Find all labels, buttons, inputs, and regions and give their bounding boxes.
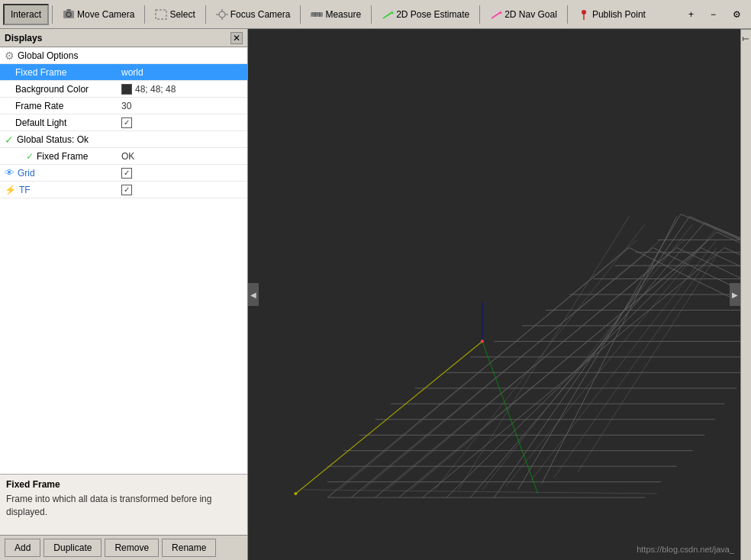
row-label: Fixed Frame — [15, 67, 66, 78]
row-value: 48; 48; 48 — [118, 84, 247, 95]
row-name: Frame Rate — [0, 101, 118, 111]
left-collapse-handle[interactable]: ◀ — [248, 283, 259, 306]
row-value: world — [118, 67, 247, 78]
row-label: Global Options — [18, 50, 78, 61]
svg-point-4 — [219, 11, 225, 18]
separator-3 — [205, 5, 206, 24]
point-icon — [578, 8, 590, 21]
ff-status-label: Fixed Frame — [37, 151, 88, 162]
right-panel-header[interactable]: T — [741, 29, 751, 47]
focus-camera-button[interactable]: Focus Camera — [209, 4, 298, 25]
grid-checkbox[interactable] — [121, 168, 132, 179]
rename-button[interactable]: Rename — [162, 539, 216, 557]
svg-point-73 — [481, 340, 484, 343]
grid-label: Grid — [18, 168, 35, 179]
svg-rect-3 — [156, 10, 166, 19]
bg-color-value: 48; 48; 48 — [135, 84, 176, 95]
checkmark-small-icon: ✓ — [26, 151, 34, 162]
2d-nav-button[interactable]: 2D Nav Goal — [483, 4, 564, 25]
2d-nav-label: 2D Nav Goal — [504, 9, 557, 20]
ff-status-value: OK — [121, 151, 134, 162]
grid-visualization — [248, 29, 740, 560]
svg-rect-9 — [311, 12, 323, 17]
row-name: ✓ Fixed Frame — [0, 151, 118, 162]
list-item[interactable]: Default Light — [0, 114, 247, 131]
focus-camera-label: Focus Camera — [230, 9, 291, 20]
svg-line-16 — [492, 12, 501, 18]
list-item[interactable]: 👁 Grid — [0, 165, 247, 182]
toolbar: Interact Move Camera Select Focus Camera… — [0, 0, 751, 29]
list-item[interactable]: Frame Rate 30 — [0, 98, 247, 114]
row-value: OK — [118, 151, 247, 162]
svg-point-74 — [294, 492, 297, 495]
list-item[interactable]: ✓ Global Status: Ok — [0, 131, 247, 148]
separator-7 — [567, 5, 568, 24]
separator-1 — [52, 5, 53, 24]
gear-icon: ⚙ — [5, 50, 15, 62]
list-item[interactable]: Background Color 48; 48; 48 — [0, 81, 247, 98]
publish-point-label: Publish Point — [592, 9, 646, 20]
interact-button[interactable]: Interact — [3, 4, 49, 25]
left-panel: Displays ✕ ⚙ Global Options Fixed Frame … — [0, 29, 248, 560]
info-title: Fixed Frame — [6, 479, 241, 490]
row-value — [118, 117, 247, 128]
right-panel: T — [740, 29, 751, 560]
3d-viewport[interactable]: ◀ — [248, 29, 740, 560]
info-title-text: ixed Frame — [11, 479, 60, 490]
row-value — [118, 168, 247, 179]
duplicate-button[interactable]: Duplicate — [44, 539, 102, 557]
tf-checkbox[interactable] — [121, 185, 132, 195]
info-text-content: ame into which all data is transformed b… — [6, 494, 211, 517]
row-name: Default Light — [0, 117, 118, 128]
measure-button[interactable]: Measure — [304, 4, 368, 25]
add-toolbar-button[interactable]: + — [682, 4, 701, 25]
separator-2 — [144, 5, 145, 24]
2d-pose-button[interactable]: 2D Pose Estimate — [375, 4, 476, 25]
svg-point-18 — [582, 10, 586, 14]
separator-5 — [371, 5, 372, 24]
settings-toolbar-button[interactable]: ⚙ — [726, 4, 748, 25]
move-camera-button[interactable]: Move Camera — [56, 4, 141, 25]
nav-icon — [490, 8, 502, 21]
list-item[interactable]: ⚡ TF — [0, 182, 247, 198]
checkmark-icon: ✓ — [5, 134, 14, 146]
select-label: Select — [169, 9, 195, 20]
row-name: 👁 Grid — [0, 167, 118, 179]
remove-toolbar-button[interactable]: − — [704, 4, 723, 25]
right-collapse-handle[interactable]: ▶ — [730, 283, 740, 306]
info-text: Frame into which all data is transformed… — [6, 493, 241, 519]
row-name: ✓ Global Status: Ok — [0, 134, 118, 146]
url-overlay: https://blog.csdn.net/java_ — [637, 545, 734, 554]
ruler-icon — [311, 8, 323, 21]
info-text-prefix: Fr — [6, 494, 15, 504]
remove-button[interactable]: Remove — [105, 539, 159, 557]
svg-line-14 — [383, 12, 392, 18]
camera-icon — [63, 8, 75, 21]
move-camera-label: Move Camera — [77, 9, 134, 20]
main-container: Displays ✕ ⚙ Global Options Fixed Frame … — [0, 29, 751, 560]
select-button[interactable]: Select — [148, 4, 201, 25]
row-value — [118, 185, 247, 195]
svg-rect-0 — [66, 9, 71, 11]
info-box: Fixed Frame Frame into which all data is… — [0, 474, 247, 535]
publish-point-button[interactable]: Publish Point — [571, 4, 653, 25]
add-button[interactable]: Add — [5, 539, 40, 557]
toolbar-right: + − ⚙ — [682, 4, 748, 25]
displays-tree: ⚙ Global Options Fixed Frame world Backg… — [0, 47, 247, 474]
default-light-label: Default Light — [15, 117, 66, 128]
list-item[interactable]: ✓ Fixed Frame OK — [0, 148, 247, 165]
focus-icon — [216, 8, 228, 21]
row-name: ⚙ Global Options — [0, 50, 118, 62]
list-item[interactable]: Fixed Frame world — [0, 64, 247, 81]
close-panel-button[interactable]: ✕ — [230, 32, 243, 44]
select-icon — [155, 8, 167, 21]
separator-6 — [479, 5, 480, 24]
displays-title: Displays — [5, 33, 42, 43]
default-light-checkbox[interactable] — [121, 117, 132, 128]
displays-header: Displays ✕ — [0, 29, 247, 47]
tf-icon: ⚡ — [5, 185, 16, 195]
frame-rate-value: 30 — [121, 101, 131, 111]
row-name: Fixed Frame — [0, 67, 118, 78]
measure-label: Measure — [325, 9, 361, 20]
list-item[interactable]: ⚙ Global Options — [0, 47, 247, 64]
